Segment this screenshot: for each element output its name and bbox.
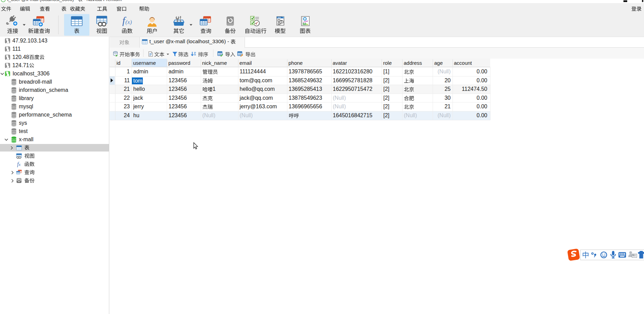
svg-text:(x): (x): [125, 19, 132, 25]
